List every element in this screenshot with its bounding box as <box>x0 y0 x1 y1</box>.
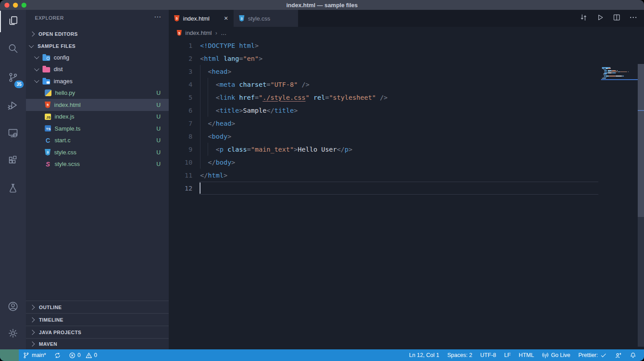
code-line[interactable]: 12 <box>169 182 644 195</box>
code-text: </head> <box>200 120 235 127</box>
section-label: MAVEN <box>39 341 57 347</box>
code-line[interactable]: 1<!DOCTYPE html> <box>169 39 644 52</box>
split-editor-icon[interactable] <box>612 13 621 24</box>
git-untracked-badge: U <box>157 137 161 144</box>
tree-item-Sample.ts[interactable]: TSSample.tsU <box>26 123 169 135</box>
code-area[interactable]: 1<!DOCTYPE html>2<html lang="en">3 <head… <box>169 39 644 349</box>
status-label: UTF-8 <box>480 352 496 358</box>
chevron-right-icon <box>30 305 34 310</box>
status-bar-left: main*00 <box>19 349 101 361</box>
sidebar-section-java-projects[interactable]: JAVA PROJECTS <box>26 326 169 338</box>
line-number: 10 <box>169 159 192 166</box>
tree-item-label: index.js <box>55 113 74 120</box>
breadcrumb-more[interactable]: … <box>221 30 226 36</box>
code-text: <title>Sample</title> <box>200 107 298 114</box>
git-untracked-badge: U <box>157 102 161 108</box>
c-icon: C <box>45 137 51 144</box>
code-text: </html> <box>200 172 227 179</box>
open-changes-icon[interactable] <box>579 13 588 24</box>
status-eol[interactable]: LF <box>500 349 515 361</box>
sidebar-section-timeline[interactable]: TIMELINE <box>26 313 169 326</box>
sample-files-section[interactable]: SAMPLE FILES <box>26 41 169 51</box>
line-number: 6 <box>169 107 192 114</box>
tree-item-index.html[interactable]: 5index.htmlU <box>26 99 169 111</box>
extensions-icon <box>7 155 19 168</box>
chevron-down-icon <box>34 78 39 83</box>
tree-item-label: index.html <box>54 102 81 108</box>
tree-item-start.c[interactable]: Cstart.cU <box>26 135 169 147</box>
code-line[interactable]: 6 <title>Sample</title> <box>169 104 644 117</box>
activity-bar-item-remote-explorer[interactable] <box>0 123 26 144</box>
sidebar-section-outline[interactable]: OUTLINE <box>26 301 169 313</box>
code-text: <meta charset="UTF-8" /> <box>200 81 309 88</box>
feedback-icon <box>615 352 622 359</box>
status-sync[interactable] <box>50 349 65 361</box>
code-line[interactable]: 8 <body> <box>169 130 644 143</box>
close-window-button[interactable] <box>4 3 9 8</box>
scrollbar-slider[interactable] <box>638 64 644 217</box>
code-line[interactable]: 5 <link href="./style.css" rel="styleshe… <box>169 91 644 104</box>
zoom-window-button[interactable] <box>21 3 26 8</box>
open-editors-label: OPEN EDITORS <box>38 31 78 37</box>
code-line[interactable]: 3 <head> <box>169 65 644 78</box>
tree-item-index.js[interactable]: JSindex.jsU <box>26 111 169 123</box>
code-line[interactable]: 9 <p class="main_text">Hello User</p> <box>169 143 644 156</box>
activity-bar-item-extensions[interactable] <box>0 151 26 172</box>
code-line[interactable]: 11</html> <box>169 169 644 182</box>
status-go-live[interactable]: Go Live <box>538 349 574 361</box>
tab-index.html[interactable]: 5index.html✕ <box>169 10 234 27</box>
activity-bar-item-source-control[interactable]: 35 <box>0 68 26 89</box>
sync-icon <box>54 352 61 359</box>
tree-item-style.css[interactable]: 3style.cssU <box>26 146 169 158</box>
activity-bar-item-search[interactable] <box>0 38 26 60</box>
status-encoding[interactable]: UTF-8 <box>476 349 500 361</box>
status-branch[interactable]: main* <box>19 349 50 361</box>
tree-item-style.scss[interactable]: Sstyle.scssU <box>26 158 169 170</box>
status-feedback[interactable] <box>611 349 626 361</box>
activity-bar-item-run-debug[interactable] <box>0 95 26 117</box>
line-number: 11 <box>169 172 192 179</box>
activity-bar-item-accounts[interactable] <box>0 297 26 318</box>
code-line[interactable]: 2<html lang="en"> <box>169 52 644 65</box>
chevron-down-icon <box>34 54 39 59</box>
tree-item-dist[interactable]: dist <box>26 64 169 76</box>
tab-style.css[interactable]: 3style.css <box>234 10 298 27</box>
minimize-window-button[interactable] <box>13 3 18 8</box>
code-line[interactable]: 7 </head> <box>169 117 644 130</box>
more-actions-icon[interactable] <box>629 13 638 24</box>
gear-badge-icon <box>47 57 50 60</box>
broadcast-icon <box>542 352 549 359</box>
activity-bar-item-manage[interactable] <box>0 323 26 345</box>
tree-item-hello.py[interactable]: hello.pyU <box>26 87 169 99</box>
minimap[interactable] <box>601 67 638 87</box>
status-notifications[interactable] <box>626 349 640 361</box>
tree-item-images[interactable]: images <box>26 75 169 87</box>
code-line[interactable]: 4 <meta charset="UTF-8" /> <box>169 78 644 91</box>
status-cursor-position[interactable]: Ln 12, Col 1 <box>405 349 443 361</box>
tab-bar: 5index.html✕3style.css <box>169 10 644 27</box>
run-icon[interactable] <box>596 13 605 24</box>
tree-item-label: config <box>54 54 69 61</box>
close-tab-icon[interactable]: ✕ <box>224 15 228 21</box>
root-folder-label: SAMPLE FILES <box>38 43 76 49</box>
folder-config-icon <box>43 55 50 61</box>
code-line[interactable]: 10 </body> <box>169 156 644 169</box>
status-prettier[interactable]: Prettier: <box>574 349 611 361</box>
vscode-window: index.html — sample files 35 EXPLORER ⋯ … <box>0 0 644 361</box>
git-untracked-badge: U <box>157 113 161 120</box>
breadcrumb-file[interactable]: index.html <box>185 30 212 36</box>
status-problems[interactable]: 00 <box>65 349 101 361</box>
remote-indicator[interactable] <box>0 349 19 361</box>
activity-bar-item-explorer[interactable] <box>0 11 26 32</box>
sidebar-more-actions-button[interactable]: ⋯ <box>154 13 162 21</box>
status-language-mode[interactable]: HTML <box>515 349 538 361</box>
status-indentation[interactable]: Spaces: 2 <box>444 349 477 361</box>
editor-group: 5index.html✕3style.css 5 index.html › … … <box>169 10 644 349</box>
tree-item-config[interactable]: config <box>26 51 169 64</box>
open-editors-section[interactable]: OPEN EDITORS <box>26 29 169 39</box>
line-number: 5 <box>169 94 192 101</box>
editor-scrollbar[interactable] <box>638 39 644 349</box>
sidebar-section-maven[interactable]: MAVEN <box>26 338 169 349</box>
explorer-sidebar: EXPLORER ⋯ OPEN EDITORS SAMPLE FILES con… <box>26 10 169 349</box>
activity-bar-item-testing[interactable] <box>0 178 26 200</box>
